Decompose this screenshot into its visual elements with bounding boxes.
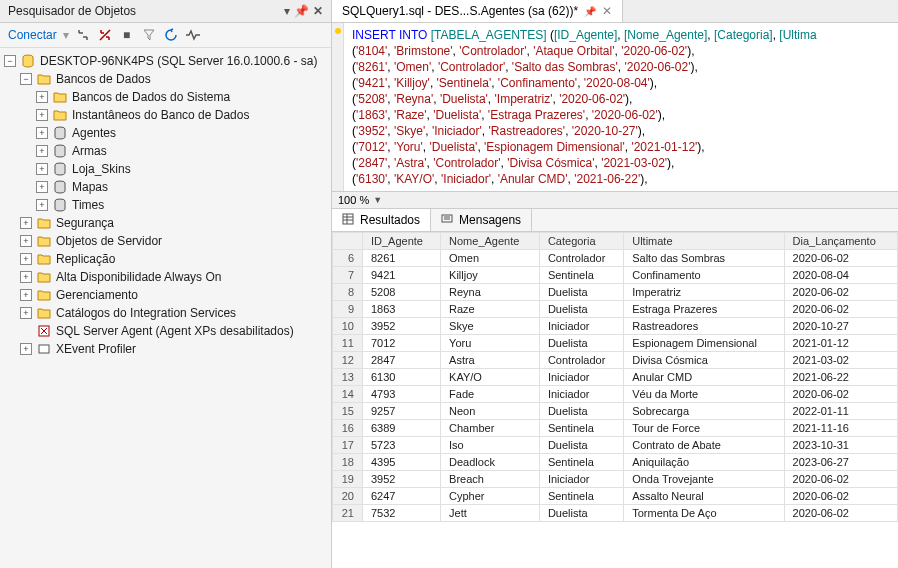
table-cell[interactable]: 12 <box>333 352 363 369</box>
results-tab[interactable]: Resultados <box>332 209 431 231</box>
table-cell[interactable]: Anular CMD <box>624 369 784 386</box>
tree-item[interactable]: +Instantâneos do Banco de Dados <box>4 106 327 124</box>
editor-line[interactable]: ('7012', 'Yoru', 'Duelista', 'Espionagem… <box>332 139 898 155</box>
table-cell[interactable]: Contrato de Abate <box>624 437 784 454</box>
table-cell[interactable]: Chamber <box>441 420 540 437</box>
table-cell[interactable]: 4793 <box>363 386 441 403</box>
close-icon[interactable]: ✕ <box>313 4 323 18</box>
table-cell[interactable]: Sentinela <box>539 488 623 505</box>
table-cell[interactable]: Sentinela <box>539 420 623 437</box>
table-cell[interactable]: Neon <box>441 403 540 420</box>
editor-line[interactable]: ('3952', 'Skye', 'Iniciador', 'Rastreado… <box>332 123 898 139</box>
table-cell[interactable]: Iniciador <box>539 318 623 335</box>
table-cell[interactable]: Iniciador <box>539 369 623 386</box>
table-row[interactable]: 184395DeadlockSentinelaAniquilação2023-0… <box>333 454 898 471</box>
expander-icon[interactable]: + <box>36 145 48 157</box>
refresh-icon[interactable] <box>163 27 179 43</box>
expander-icon[interactable]: + <box>20 343 32 355</box>
table-cell[interactable]: Cypher <box>441 488 540 505</box>
table-row[interactable]: 136130KAY/OIniciadorAnular CMD2021-06-22 <box>333 369 898 386</box>
table-cell[interactable]: 2020-06-02 <box>784 488 897 505</box>
table-cell[interactable]: Skye <box>441 318 540 335</box>
table-cell[interactable]: 18 <box>333 454 363 471</box>
table-row[interactable]: 122847AstraControladorDivisa Cósmica2021… <box>333 352 898 369</box>
results-grid[interactable]: ID_AgenteNome_AgenteCategoriaUltimateDia… <box>332 232 898 522</box>
table-cell[interactable]: 15 <box>333 403 363 420</box>
tree-item[interactable]: +Times <box>4 196 327 214</box>
table-cell[interactable]: Confinamento <box>624 267 784 284</box>
table-cell[interactable]: 6247 <box>363 488 441 505</box>
pin-icon[interactable]: 📌 <box>584 6 596 17</box>
table-cell[interactable]: Omen <box>441 250 540 267</box>
table-row[interactable]: 68261OmenControladorSalto das Sombras202… <box>333 250 898 267</box>
editor-line[interactable]: ('6130', 'KAY/O', 'Iniciador', 'Anular C… <box>332 171 898 187</box>
editor-line[interactable]: ('9421', 'Killjoy', 'Sentinela', 'Confin… <box>332 75 898 91</box>
table-cell[interactable]: Espionagem Dimensional <box>624 335 784 352</box>
object-tree[interactable]: − DESKTOP-96NK4PS (SQL Server 16.0.1000.… <box>0 48 331 568</box>
editor-line[interactable]: ('2847', 'Astra', 'Controlador', 'Divisa… <box>332 155 898 171</box>
editor-line[interactable]: INSERT INTO [TABELA_AGENTES] ([ID_Agente… <box>332 27 898 43</box>
table-row[interactable]: 159257NeonDuelistaSobrecarga2022-01-11 <box>333 403 898 420</box>
column-header[interactable]: Categoria <box>539 233 623 250</box>
table-cell[interactable]: Onda Trovejante <box>624 471 784 488</box>
column-header[interactable]: Dia_Lançamento <box>784 233 897 250</box>
table-cell[interactable]: Estraga Prazeres <box>624 301 784 318</box>
table-cell[interactable]: 1863 <box>363 301 441 318</box>
table-cell[interactable]: Jett <box>441 505 540 522</box>
table-cell[interactable]: Fade <box>441 386 540 403</box>
table-cell[interactable]: 2020-06-02 <box>784 250 897 267</box>
table-cell[interactable]: 19 <box>333 471 363 488</box>
table-cell[interactable]: 9257 <box>363 403 441 420</box>
table-cell[interactable]: Imperatriz <box>624 284 784 301</box>
table-cell[interactable]: 3952 <box>363 471 441 488</box>
table-cell[interactable]: Sobrecarga <box>624 403 784 420</box>
table-row[interactable]: 85208ReynaDuelistaImperatriz2020-06-02 <box>333 284 898 301</box>
table-cell[interactable]: 7532 <box>363 505 441 522</box>
tree-item[interactable]: +Agentes <box>4 124 327 142</box>
table-cell[interactable]: 6 <box>333 250 363 267</box>
column-header[interactable]: Ultimate <box>624 233 784 250</box>
table-cell[interactable]: Duelista <box>539 505 623 522</box>
table-cell[interactable]: 2023-06-27 <box>784 454 897 471</box>
table-cell[interactable]: 2021-11-16 <box>784 420 897 437</box>
table-cell[interactable]: Salto das Sombras <box>624 250 784 267</box>
table-cell[interactable]: Controlador <box>539 250 623 267</box>
table-cell[interactable]: 2021-06-22 <box>784 369 897 386</box>
table-row[interactable]: 91863RazeDuelistaEstraga Prazeres2020-06… <box>333 301 898 318</box>
dropdown-icon[interactable]: ▾ <box>284 4 290 18</box>
table-cell[interactable]: 2020-06-02 <box>784 386 897 403</box>
table-cell[interactable]: 2021-01-12 <box>784 335 897 352</box>
column-header[interactable] <box>333 233 363 250</box>
table-cell[interactable]: 13 <box>333 369 363 386</box>
table-row[interactable]: 117012YoruDuelistaEspionagem Dimensional… <box>333 335 898 352</box>
table-cell[interactable]: Divisa Cósmica <box>624 352 784 369</box>
table-cell[interactable]: Astra <box>441 352 540 369</box>
table-cell[interactable]: 2020-10-27 <box>784 318 897 335</box>
close-icon[interactable]: ✕ <box>602 4 612 18</box>
table-cell[interactable]: Rastreadores <box>624 318 784 335</box>
table-cell[interactable]: 11 <box>333 335 363 352</box>
table-cell[interactable]: 2847 <box>363 352 441 369</box>
table-cell[interactable]: 5723 <box>363 437 441 454</box>
table-cell[interactable]: 2021-03-02 <box>784 352 897 369</box>
expander-icon[interactable]: + <box>20 271 32 283</box>
sql-tab[interactable]: SQLQuery1.sql - DES...S.Agentes (sa (62)… <box>332 0 623 22</box>
sql-editor[interactable]: INSERT INTO [TABELA_AGENTES] ([ID_Agente… <box>332 23 898 192</box>
table-cell[interactable]: 4395 <box>363 454 441 471</box>
expander-icon[interactable]: + <box>36 109 48 121</box>
table-cell[interactable]: Assalto Neural <box>624 488 784 505</box>
table-cell[interactable]: Iniciador <box>539 386 623 403</box>
table-cell[interactable]: 10 <box>333 318 363 335</box>
table-cell[interactable]: 2020-06-02 <box>784 471 897 488</box>
table-cell[interactable]: Sentinela <box>539 267 623 284</box>
tree-item[interactable]: +Segurança <box>4 214 327 232</box>
table-cell[interactable]: 9421 <box>363 267 441 284</box>
table-cell[interactable]: 21 <box>333 505 363 522</box>
table-cell[interactable]: Breach <box>441 471 540 488</box>
table-cell[interactable]: Tour de Force <box>624 420 784 437</box>
table-cell[interactable]: 17 <box>333 437 363 454</box>
table-cell[interactable]: Duelista <box>539 284 623 301</box>
table-cell[interactable]: 3952 <box>363 318 441 335</box>
table-cell[interactable]: 7012 <box>363 335 441 352</box>
table-cell[interactable]: Raze <box>441 301 540 318</box>
